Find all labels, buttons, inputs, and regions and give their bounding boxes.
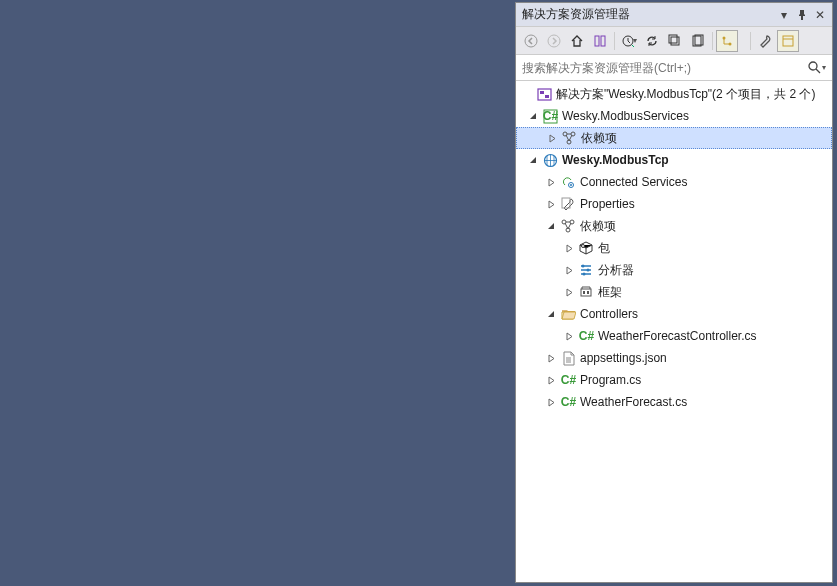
watermark-text: 微信号: art_of_code: [701, 556, 807, 573]
svg-rect-6: [669, 35, 677, 43]
web-project-icon: [542, 152, 558, 168]
dependencies-label: 依赖项: [581, 130, 617, 147]
file-node-weatherforecastcontroller[interactable]: C# WeatherForecastController.cs: [516, 325, 832, 347]
svg-point-23: [570, 184, 572, 186]
tree-item-label: appsettings.json: [580, 351, 667, 365]
file-node-weatherforecast[interactable]: C# WeatherForecast.cs: [516, 391, 832, 413]
search-input[interactable]: [522, 57, 808, 79]
dependencies-node[interactable]: 依赖项: [516, 215, 832, 237]
search-bar: ▾: [516, 55, 832, 81]
tree-item-label: WeatherForecastController.cs: [598, 329, 757, 343]
switch-view-button[interactable]: [589, 30, 611, 52]
tree-item-label: 框架: [598, 284, 622, 301]
expander-open-icon[interactable]: [526, 109, 540, 123]
tree-item-label: 依赖项: [580, 218, 616, 235]
pending-changes-button[interactable]: ▾: [618, 30, 640, 52]
sync-button[interactable]: [641, 30, 663, 52]
svg-point-1: [548, 35, 560, 47]
view-nesting-button[interactable]: [716, 30, 738, 52]
expander-closed-icon[interactable]: [562, 329, 576, 343]
collapse-all-button[interactable]: [664, 30, 686, 52]
dependencies-icon: [561, 130, 577, 146]
svg-point-30: [587, 269, 590, 272]
toolbar: ▾: [516, 27, 832, 55]
connected-services-icon: [560, 174, 576, 190]
solution-icon: [536, 86, 552, 102]
svg-rect-32: [581, 289, 591, 296]
svg-rect-13: [538, 89, 551, 100]
svg-rect-15: [545, 95, 549, 98]
expander-open-icon[interactable]: [544, 219, 558, 233]
home-button[interactable]: [566, 30, 588, 52]
close-icon[interactable]: ✕: [812, 7, 828, 23]
dependencies-icon: [560, 218, 576, 234]
expander-closed-icon[interactable]: [544, 175, 558, 189]
connected-services-node[interactable]: Connected Services: [516, 171, 832, 193]
watermark: 微信号: art_of_code: [671, 552, 807, 576]
tree-item-label: 包: [598, 240, 610, 257]
expander-closed-icon[interactable]: [544, 351, 558, 365]
project-label: Wesky.ModbusServices: [562, 109, 689, 123]
wechat-icon: [671, 552, 695, 576]
properties-button[interactable]: [754, 30, 776, 52]
tree-item-label: Connected Services: [580, 175, 687, 189]
svg-text:C#: C#: [561, 395, 576, 409]
analyzers-node[interactable]: 分析器: [516, 259, 832, 281]
svg-point-29: [582, 265, 585, 268]
svg-text:C#: C#: [543, 109, 558, 123]
project-label: Wesky.ModbusTcp: [562, 153, 669, 167]
json-file-icon: [560, 350, 576, 366]
svg-point-31: [583, 273, 586, 276]
file-node-appsettings[interactable]: appsettings.json: [516, 347, 832, 369]
dropdown-icon[interactable]: ▾: [776, 7, 792, 23]
svg-point-28: [582, 245, 585, 248]
tree-item-label: Properties: [580, 197, 635, 211]
tree-item-label: WeatherForecast.cs: [580, 395, 687, 409]
dependencies-node[interactable]: 依赖项: [516, 127, 832, 149]
tree-item-label: Program.cs: [580, 373, 641, 387]
expander-closed-icon[interactable]: [562, 285, 576, 299]
solution-explorer-panel: 解决方案资源管理器 ▾ ✕ ▾ ▾ 解决方案"Wesky.ModbusTcp"(…: [515, 2, 833, 583]
solution-label: 解决方案"Wesky.ModbusTcp"(2 个项目，共 2 个): [556, 86, 815, 103]
svg-rect-5: [671, 37, 679, 45]
expander-closed-icon[interactable]: [544, 395, 558, 409]
back-button[interactable]: [520, 30, 542, 52]
frameworks-node[interactable]: 框架: [516, 281, 832, 303]
blank-expander: [520, 87, 534, 101]
csharp-file-icon: C#: [560, 394, 576, 410]
svg-point-39: [681, 562, 691, 570]
solution-node[interactable]: 解决方案"Wesky.ModbusTcp"(2 个项目，共 2 个): [516, 83, 832, 105]
tree-item-label: Controllers: [580, 307, 638, 321]
expander-open-icon[interactable]: [526, 153, 540, 167]
file-node-program[interactable]: C# Program.cs: [516, 369, 832, 391]
tree-item-label: 分析器: [598, 262, 634, 279]
pin-icon[interactable]: [794, 7, 810, 23]
properties-node[interactable]: Properties: [516, 193, 832, 215]
svg-text:C#: C#: [579, 329, 594, 343]
preview-button[interactable]: [777, 30, 799, 52]
csharp-file-icon: C#: [578, 328, 594, 344]
folder-open-icon: [560, 306, 576, 322]
csharp-file-icon: C#: [560, 372, 576, 388]
expander-closed-icon[interactable]: [545, 131, 559, 145]
packages-node[interactable]: 包: [516, 237, 832, 259]
expander-closed-icon[interactable]: [544, 373, 558, 387]
controllers-folder-node[interactable]: Controllers: [516, 303, 832, 325]
search-icon[interactable]: ▾: [808, 59, 826, 77]
project-node-modbusservices[interactable]: C# Wesky.ModbusServices: [516, 105, 832, 127]
svg-point-12: [809, 62, 817, 70]
expander-open-icon[interactable]: [544, 307, 558, 321]
expander-closed-icon[interactable]: [544, 197, 558, 211]
analyzer-icon: [578, 262, 594, 278]
expander-closed-icon[interactable]: [562, 263, 576, 277]
framework-icon: [578, 284, 594, 300]
show-all-files-button[interactable]: [687, 30, 709, 52]
svg-rect-3: [601, 36, 605, 46]
expander-closed-icon[interactable]: [562, 241, 576, 255]
panel-titlebar: 解决方案资源管理器 ▾ ✕: [516, 3, 832, 27]
project-node-modbustcp[interactable]: Wesky.ModbusTcp: [516, 149, 832, 171]
csharp-project-icon: C#: [542, 108, 558, 124]
svg-rect-34: [587, 291, 589, 294]
svg-rect-33: [583, 291, 585, 294]
forward-button[interactable]: [543, 30, 565, 52]
